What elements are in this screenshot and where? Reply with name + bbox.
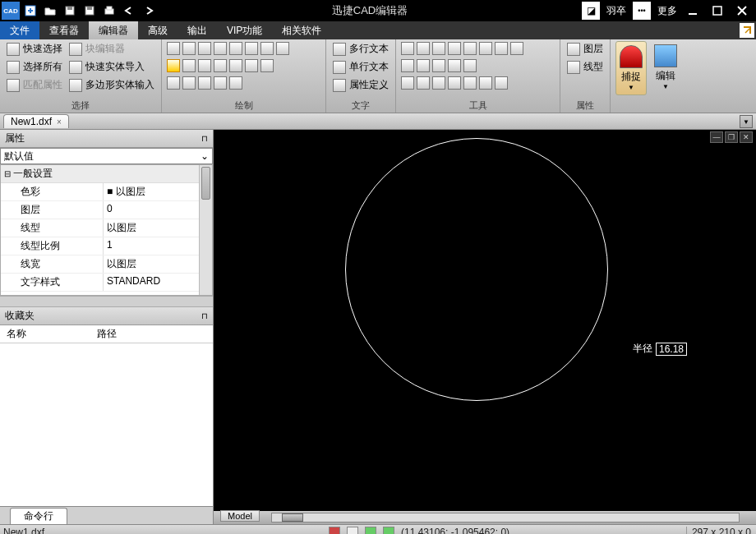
join-icon[interactable] <box>463 76 477 90</box>
canvas-minimize-icon[interactable]: — <box>710 131 723 143</box>
scroll-thumb[interactable] <box>201 167 210 200</box>
entity-import-button[interactable]: 快速实体导入 <box>67 59 156 75</box>
t7-icon[interactable] <box>495 42 508 55</box>
tabs-dropdown-button[interactable]: ▼ <box>740 115 753 128</box>
property-value[interactable]: 以图层 <box>104 219 212 237</box>
property-value[interactable]: 0 <box>104 201 212 219</box>
tab-editor[interactable]: 编辑器 <box>89 21 138 39</box>
save-icon[interactable] <box>61 2 79 20</box>
tab-output[interactable]: 输出 <box>177 21 217 39</box>
snap-button[interactable]: 捕捉 ▼ <box>615 41 647 95</box>
vscrollbar[interactable] <box>199 165 212 295</box>
fav-col-path[interactable]: 路径 <box>90 325 123 343</box>
property-value[interactable]: STANDARD <box>104 274 212 291</box>
c1-icon[interactable] <box>167 76 180 90</box>
line-icon[interactable] <box>167 42 180 55</box>
polyline-icon[interactable] <box>182 42 196 55</box>
rotate-icon[interactable] <box>417 42 430 55</box>
pline2-icon[interactable] <box>214 76 227 90</box>
multiline-text-button[interactable]: 多行文本 <box>331 41 390 57</box>
circle-icon[interactable] <box>167 59 180 72</box>
break-icon[interactable] <box>432 76 445 90</box>
extend-icon[interactable] <box>463 42 477 55</box>
tab-advanced[interactable]: 高级 <box>138 21 177 39</box>
hatch-icon[interactable] <box>182 76 196 90</box>
hscrollbar[interactable] <box>271 513 740 522</box>
donut-icon[interactable] <box>182 59 196 72</box>
close-button[interactable] <box>733 2 751 20</box>
point-icon[interactable] <box>229 59 242 72</box>
canvas-close-icon[interactable]: ✕ <box>740 131 753 143</box>
circle-entity[interactable] <box>345 138 608 401</box>
print-icon[interactable] <box>100 2 118 20</box>
user-icon[interactable]: ◪ <box>582 2 600 20</box>
ortho-toggle-icon[interactable] <box>365 527 376 535</box>
ellipse-icon[interactable] <box>198 59 211 72</box>
mirror-icon[interactable] <box>432 42 445 55</box>
fav-col-name[interactable]: 名称 <box>0 325 90 343</box>
tab-vip[interactable]: VIP功能 <box>217 21 272 39</box>
arc-icon[interactable] <box>214 42 227 55</box>
pointm-icon[interactable] <box>245 59 258 72</box>
explode-icon[interactable] <box>448 76 461 90</box>
maximize-button[interactable] <box>708 2 726 20</box>
edit-button[interactable]: 编辑 ▼ <box>650 41 681 94</box>
chamfer-icon[interactable] <box>463 59 477 72</box>
offset-icon[interactable] <box>432 59 445 72</box>
more-label[interactable]: 更多 <box>657 4 677 18</box>
xline-icon[interactable] <box>260 59 274 72</box>
close-tab-icon[interactable]: × <box>57 117 62 127</box>
property-row[interactable]: 线宽以图层 <box>1 255 212 274</box>
polygon-draw-icon[interactable] <box>276 42 289 55</box>
property-row[interactable]: 色彩■ 以图层 <box>1 183 212 201</box>
drawing-canvas[interactable]: — ❐ ✕ 半径 16.18 <box>214 130 756 511</box>
move-icon[interactable] <box>401 42 414 55</box>
minimize-button[interactable] <box>684 2 702 20</box>
default-combo[interactable]: 默认值 ⌄ <box>0 148 213 164</box>
array-icon[interactable] <box>401 76 414 90</box>
t10-icon[interactable] <box>495 76 508 90</box>
attrdef-button[interactable]: 属性定义 <box>331 77 390 93</box>
property-row[interactable]: 线型以图层 <box>1 219 212 237</box>
property-value[interactable]: ■ 以图层 <box>104 183 212 200</box>
stretch-icon[interactable] <box>417 76 430 90</box>
quick-select-button[interactable]: 快速选择 <box>5 41 64 57</box>
saveas-icon[interactable] <box>81 2 99 20</box>
linetype-button[interactable]: 线型 <box>565 59 605 75</box>
command-line-tab[interactable]: 命令行 <box>10 508 67 524</box>
radius-value-input[interactable]: 16.18 <box>656 343 687 356</box>
more-icon[interactable]: ••• <box>633 2 651 20</box>
ray-icon[interactable] <box>245 42 258 55</box>
singleline-text-button[interactable]: 单行文本 <box>331 59 390 75</box>
property-value[interactable]: 以图层 <box>104 255 212 273</box>
property-row[interactable]: 文字样式STANDARD <box>1 274 212 292</box>
spline-icon[interactable] <box>229 42 242 55</box>
t6-icon[interactable] <box>479 42 492 55</box>
pin-icon[interactable]: ⊓ <box>201 134 208 143</box>
undo-icon[interactable] <box>120 2 138 20</box>
model-tab[interactable]: Model <box>220 510 260 522</box>
canvas-restore-icon[interactable]: ❐ <box>725 131 738 143</box>
region-icon[interactable] <box>260 42 274 55</box>
t8-icon[interactable] <box>510 42 523 55</box>
open-icon[interactable] <box>41 2 59 20</box>
copy-icon[interactable] <box>401 59 414 72</box>
splitter[interactable] <box>0 296 213 307</box>
grid-toggle-icon[interactable] <box>347 527 358 535</box>
revision-icon[interactable] <box>229 76 242 90</box>
property-value[interactable]: 1 <box>104 237 212 255</box>
new-icon[interactable] <box>21 2 39 20</box>
property-grid[interactable]: ⊟ 一般设置 色彩■ 以图层图层0线型以图层线型比例1线宽以图层文字样式STAN… <box>0 164 213 296</box>
tab-file[interactable]: 文件 <box>0 21 39 39</box>
fillet-icon[interactable] <box>448 59 461 72</box>
select-all-button[interactable]: 选择所有 <box>5 59 64 75</box>
hscroll-thumb[interactable] <box>282 513 303 522</box>
poly-import-button[interactable]: 多边形实体输入 <box>67 77 156 93</box>
tab-related[interactable]: 相关软件 <box>272 21 331 39</box>
trim-icon[interactable] <box>448 42 461 55</box>
layer-button[interactable]: 图层 <box>565 41 605 57</box>
property-row[interactable]: 图层0 <box>1 201 212 219</box>
redo-icon[interactable] <box>140 2 158 20</box>
scale-icon[interactable] <box>417 59 430 72</box>
rect-icon[interactable] <box>198 42 211 55</box>
